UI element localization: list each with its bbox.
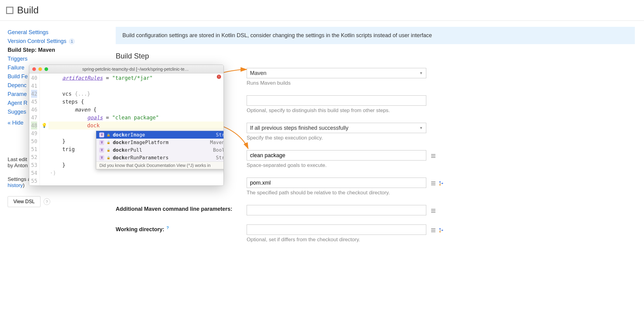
list-param-icon[interactable] — [431, 208, 436, 214]
view-dsl-button[interactable]: View DSL — [8, 196, 40, 207]
lock-icon[interactable]: 🔒 — [107, 148, 110, 152]
tree-picker-icon[interactable] — [438, 181, 444, 186]
svg-rect-15 — [439, 228, 441, 229]
svg-rect-4 — [431, 183, 435, 184]
help-icon[interactable]: ? — [44, 198, 50, 205]
sidebar-item-vcs[interactable]: Version Control Settings1 — [8, 38, 100, 44]
line-gutter: 40 41 42 45 46 47 48 49 50 51 52 53 54 5… — [29, 73, 40, 185]
kind-icon: V — [99, 132, 104, 137]
svg-rect-1 — [431, 156, 435, 156]
tree-picker-icon[interactable] — [438, 228, 444, 233]
chevron-down-icon: ▼ — [419, 71, 423, 75]
lock-icon: 🔒 — [107, 133, 110, 136]
svg-rect-3 — [431, 182, 435, 182]
sidebar-item-build-step[interactable]: Build Step: Maven — [8, 47, 100, 53]
lightbulb-icon[interactable]: 💡 — [41, 123, 47, 128]
sidebar-item-triggers[interactable]: Triggers — [8, 56, 100, 62]
cli-label: Additional Maven command line parameters… — [116, 205, 247, 212]
step-name-input[interactable] — [247, 95, 426, 106]
ide-window: spring-petclinic-teamcity-dsl [~/work/sp… — [29, 65, 224, 186]
completion-item[interactable]: V 🔒 dockerRunParameters String? — [96, 154, 224, 161]
pom-input[interactable] — [247, 178, 426, 188]
runner-select[interactable]: Maven ▼ — [247, 68, 426, 78]
cli-input[interactable] — [247, 205, 426, 215]
list-param-icon[interactable] — [431, 181, 436, 186]
chevron-down-icon: ▼ — [419, 126, 423, 130]
svg-rect-5 — [431, 185, 435, 185]
maximize-icon[interactable] — [44, 67, 48, 71]
completion-item[interactable]: V 🔒 dockerImagePlatform MavenBui… — [96, 139, 224, 146]
svg-rect-12 — [431, 228, 435, 229]
svg-rect-13 — [431, 230, 435, 231]
list-param-icon[interactable] — [431, 228, 436, 233]
ide-titlebar[interactable]: spring-petclinic-teamcity-dsl [~/work/sp… — [29, 65, 223, 73]
exec-policy-select[interactable]: If all previous steps finished successfu… — [247, 123, 426, 133]
svg-rect-6 — [439, 181, 441, 182]
gutter-icons: 💡 — [40, 73, 48, 185]
lock-icon: 🔒 — [107, 141, 110, 144]
goals-hint: Space-separated goals to execute. — [247, 162, 635, 168]
info-banner: Build configuration settings are stored … — [116, 27, 635, 44]
svg-rect-17 — [442, 230, 443, 231]
minimize-icon[interactable] — [38, 67, 42, 71]
vcs-badge: 1 — [69, 38, 75, 44]
lock-icon: 🔒 — [107, 156, 110, 159]
svg-rect-16 — [439, 231, 441, 232]
wd-input[interactable] — [247, 224, 426, 235]
completion-item[interactable]: V 🔒 dockerImage String? — [96, 131, 224, 139]
code-editor[interactable]: 40 41 42 45 46 47 48 49 50 51 52 53 54 5… — [29, 73, 223, 185]
wd-label: Working directory: ? — [116, 224, 247, 233]
goals-input[interactable] — [247, 150, 426, 161]
svg-rect-2 — [431, 157, 435, 158]
section-title: Build Step — [116, 52, 635, 60]
kind-icon: V — [99, 140, 104, 145]
step-name-hint: Optional, specify to distinguish this bu… — [247, 108, 635, 114]
ide-title: spring-petclinic-teamcity-dsl [~/work/sp… — [51, 67, 220, 72]
pom-hint: The specified path should be relative to… — [247, 190, 635, 196]
completion-popup: V 🔒 dockerImage String? V 🔒 dockerImageP… — [96, 131, 224, 169]
page-title: Build — [17, 5, 39, 16]
svg-rect-11 — [431, 212, 435, 213]
wd-hint: Optional, set if differs from the checko… — [247, 237, 635, 243]
list-param-icon[interactable] — [431, 153, 436, 159]
build-icon — [6, 7, 13, 14]
error-indicator-icon[interactable]: ! — [217, 75, 221, 79]
svg-rect-9 — [431, 209, 435, 210]
close-icon[interactable] — [32, 67, 36, 71]
svg-rect-10 — [431, 210, 435, 211]
kind-icon: V — [99, 148, 104, 153]
page-header: Build — [0, 0, 644, 21]
svg-rect-8 — [442, 183, 443, 184]
sidebar-item-general[interactable]: General Settings — [8, 29, 100, 36]
kind-icon: V — [99, 155, 104, 160]
completion-footer: Did you know that Quick Documentation Vi… — [96, 161, 224, 169]
svg-rect-7 — [439, 184, 441, 185]
svg-rect-14 — [431, 231, 435, 232]
svg-rect-0 — [431, 154, 435, 155]
exec-hint: Specify the step execution policy. — [247, 135, 635, 141]
help-icon[interactable]: ? — [167, 225, 169, 230]
completion-item[interactable]: V 🔒 dockerPull Boolean? — [96, 146, 224, 154]
runner-hint: Runs Maven builds — [247, 80, 635, 86]
